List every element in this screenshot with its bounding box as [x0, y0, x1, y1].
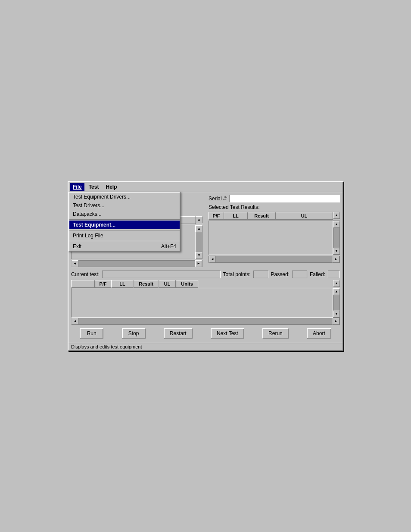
- bottom-h-scroll-right[interactable]: ►: [333, 318, 339, 325]
- left-table-scrollbar-up[interactable]: ▲: [196, 216, 202, 224]
- dropdown-item-test-equipment[interactable]: Test Equipment...: [69, 221, 180, 229]
- bottom-table-body: [71, 288, 333, 318]
- dropdown-item-test-equipment-drivers[interactable]: Test Equipment Drivers...: [69, 193, 180, 201]
- left-scrollbar-h[interactable]: ◄ ►: [71, 260, 202, 267]
- right-panel: Serial #: Selected Test Results: P/F LL …: [209, 195, 340, 267]
- right-col-ll: LL: [224, 212, 248, 219]
- bottom-scrollbar-h[interactable]: ◄ ►: [71, 318, 340, 325]
- bottom-h-scroll-left[interactable]: ◄: [72, 318, 78, 325]
- bottom-col-ul: UL: [159, 280, 176, 288]
- right-col-ul: UL: [276, 212, 333, 219]
- bottom-col-ll: LL: [111, 280, 134, 288]
- bottom-header-scroll: ▲: [333, 280, 340, 288]
- buttons-row: Run Stop Restart Next Test Rerun Abort: [71, 327, 340, 340]
- bottom-v-scroll-up[interactable]: ▲: [333, 288, 340, 295]
- main-window: File Test Help Test Equipment Drivers...…: [68, 181, 343, 351]
- right-h-scroll-left[interactable]: ◄: [209, 256, 216, 263]
- right-v-scroll-down[interactable]: ▼: [333, 248, 340, 255]
- bottom-v-scroll-track[interactable]: [333, 295, 339, 311]
- right-col-result: Result: [248, 212, 276, 219]
- serial-input[interactable]: [229, 195, 340, 202]
- total-points-input[interactable]: [253, 271, 268, 278]
- passed-label: Passed:: [271, 271, 290, 277]
- next-test-button[interactable]: Next Test: [211, 328, 244, 339]
- right-table-body: [209, 221, 333, 255]
- passed-input[interactable]: [292, 271, 307, 278]
- run-button[interactable]: Run: [80, 328, 103, 339]
- status-bar: Displays and edits test equipment: [68, 343, 342, 350]
- bottom-scrollbar-v[interactable]: ▲ ▼: [333, 288, 340, 318]
- serial-row: Serial #:: [209, 195, 340, 202]
- right-table-header-row: P/F LL Result UL ▲: [209, 212, 340, 220]
- file-dropdown-menu: Test Equipment Drivers... Test Drivers..…: [68, 192, 181, 252]
- left-scrollbar-v[interactable]: ▲ ▼: [196, 225, 202, 259]
- help-menu[interactable]: Help: [103, 183, 119, 191]
- right-col-pf: P/F: [209, 212, 224, 219]
- rerun-button[interactable]: Rerun: [262, 328, 289, 339]
- bottom-table-area: ▲ ▼: [71, 288, 340, 318]
- divider: [204, 195, 207, 267]
- selected-results-label: Selected Test Results:: [209, 204, 340, 210]
- left-v-scroll-track[interactable]: [196, 232, 202, 252]
- bottom-col-pf: P/F: [95, 280, 111, 288]
- dropdown-item-exit[interactable]: Exit Alt+F4: [69, 242, 180, 251]
- serial-label: Serial #:: [209, 196, 227, 202]
- bottom-col-name: [71, 280, 95, 288]
- dropdown-separator: [69, 219, 180, 220]
- dropdown-item-print-log[interactable]: Print Log File: [69, 231, 180, 240]
- left-h-scroll-left[interactable]: ◄: [72, 260, 78, 267]
- right-h-scroll-track[interactable]: [216, 256, 333, 262]
- bottom-v-scroll-down[interactable]: ▼: [333, 311, 340, 317]
- left-v-scroll-down[interactable]: ▼: [196, 252, 202, 259]
- file-menu[interactable]: File: [70, 183, 84, 191]
- bottom-col-rest: [198, 280, 333, 288]
- right-header-scroll: ▲: [333, 212, 340, 220]
- dropdown-separator-2: [69, 230, 180, 230]
- right-h-scroll-right[interactable]: ►: [333, 256, 339, 263]
- right-header-cols: P/F LL Result UL: [209, 212, 333, 220]
- bottom-table-header-row: P/F LL Result UL Units ▲: [71, 280, 340, 288]
- dropdown-item-datapacks[interactable]: Datapacks...: [69, 210, 180, 218]
- menubar: File Test Help: [68, 182, 342, 192]
- right-v-scroll-track[interactable]: [333, 228, 339, 248]
- bottom-table-section: P/F LL Result UL Units ▲ ▲ ▼: [71, 280, 340, 325]
- bottom-h-scroll-track[interactable]: [78, 318, 333, 324]
- left-h-scroll-right[interactable]: ►: [195, 260, 202, 267]
- bottom-scroll-up[interactable]: ▲: [333, 280, 340, 287]
- right-scroll-up-arrow[interactable]: ▲: [333, 212, 340, 219]
- right-scrollbar-v[interactable]: ▲ ▼: [333, 221, 340, 255]
- left-v-scroll-up[interactable]: ▲: [196, 225, 202, 232]
- status-text: Displays and edits test equipment: [71, 344, 142, 349]
- total-points-label: Total points:: [223, 271, 251, 277]
- current-test-label: Current test:: [71, 271, 100, 277]
- failed-input[interactable]: [328, 271, 340, 278]
- dropdown-item-test-drivers[interactable]: Test Drivers...: [69, 201, 180, 210]
- current-test-input[interactable]: [102, 271, 221, 278]
- right-table-area: ▲ ▼: [209, 221, 340, 255]
- left-h-scroll-track[interactable]: [78, 261, 195, 267]
- dropdown-separator-3: [69, 241, 180, 241]
- test-menu[interactable]: Test: [86, 183, 102, 191]
- right-scrollbar-h[interactable]: ◄ ►: [209, 256, 340, 263]
- failed-label: Failed:: [310, 271, 325, 277]
- bottom-col-result: Result: [134, 280, 159, 288]
- abort-button[interactable]: Abort: [307, 328, 331, 339]
- current-test-row: Current test: Total points: Passed: Fail…: [71, 271, 340, 278]
- left-scroll-up-arrow[interactable]: ▲: [196, 216, 202, 223]
- stop-button[interactable]: Stop: [122, 328, 146, 339]
- bottom-col-units: Units: [176, 280, 198, 288]
- right-v-scroll-up[interactable]: ▲: [333, 221, 340, 228]
- restart-button[interactable]: Restart: [164, 328, 193, 339]
